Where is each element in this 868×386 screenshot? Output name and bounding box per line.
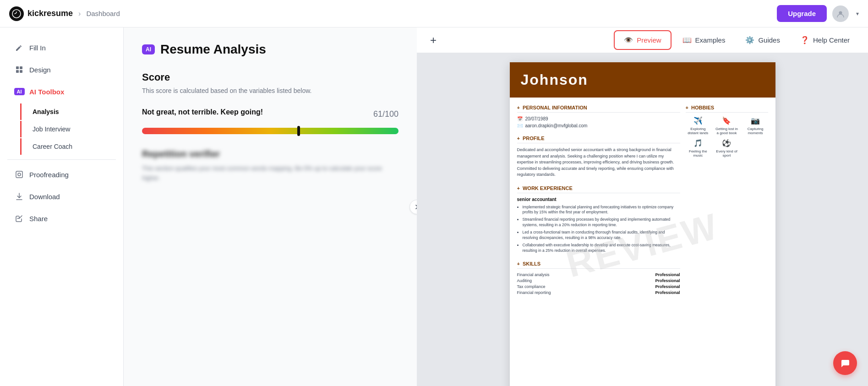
sub-item-career-coach-label: Career Coach	[33, 143, 72, 150]
hobbies-title: + Hobbies	[686, 105, 768, 113]
proofreading-icon	[15, 170, 24, 179]
sub-item-analysis[interactable]: Analysis	[20, 103, 123, 120]
tab-help-center[interactable]: ❓ Help Center	[791, 31, 859, 49]
tab-examples-label: Examples	[695, 36, 726, 44]
resume-name: Johnson	[521, 71, 764, 88]
logo: kickresume	[9, 6, 73, 21]
section-plus-icon: +	[517, 105, 520, 110]
svg-rect-3	[20, 66, 22, 69]
sidebar-fill-in-label: Fill In	[29, 44, 46, 52]
tab-help-label: Help Center	[813, 36, 850, 44]
skill-name: Financial analysis	[517, 272, 550, 277]
sub-items: Analysis Job Interview Career Coach	[0, 103, 123, 156]
panel-title: AI Resume Analysis	[142, 42, 399, 57]
calendar-icon: 📅	[517, 116, 523, 121]
score-number: 61/100	[373, 103, 399, 120]
sidebar-item-share[interactable]: Share	[4, 208, 120, 228]
chat-button[interactable]	[833, 351, 857, 375]
skills-title: + Skills	[517, 261, 680, 269]
header: kickresume › Dashboard Upgrade ▾	[0, 0, 868, 27]
sidebar-item-design[interactable]: Design	[4, 60, 120, 80]
section-plus-icon: +	[517, 261, 520, 266]
ai-panel-badge: AI	[142, 44, 155, 54]
avatar	[832, 5, 849, 22]
score-tagline: Not great, not terrible. Keep going!	[142, 108, 263, 116]
sidebar-item-ai-toolbox[interactable]: AI AI Toolbox	[4, 82, 120, 102]
sidebar-item-download[interactable]: Download	[4, 186, 120, 207]
resume-header: Johnson	[510, 62, 775, 98]
collapse-button[interactable]	[409, 200, 417, 214]
app-name: kickresume	[27, 9, 73, 18]
skill-level: Professional	[655, 272, 680, 277]
logo-icon	[9, 6, 24, 21]
sidebar-ai-toolbox-label: AI Toolbox	[29, 88, 64, 96]
design-icon	[15, 65, 24, 74]
work-exp-title: + Work Experience	[517, 185, 680, 193]
resume-hobbies: + Hobbies ✈️ Exploring distant lands	[686, 105, 768, 158]
sidebar-download-label: Download	[29, 193, 60, 201]
svg-rect-5	[20, 70, 22, 73]
svg-rect-4	[16, 70, 19, 73]
skill-level: Professional	[655, 284, 680, 289]
sub-item-job-interview[interactable]: Job Interview	[20, 121, 123, 137]
score-marker	[297, 126, 300, 136]
header-right: Upgrade ▾	[777, 5, 859, 22]
main-layout: Fill In Design AI AI Toolbox Analysis Jo…	[0, 27, 868, 386]
hobby-item: ⚽ Every kind of sport	[714, 139, 739, 158]
book-icon: 🔖	[722, 116, 731, 125]
breadcrumb-separator: ›	[78, 10, 81, 18]
help-tab-icon: ❓	[800, 36, 809, 44]
resume-body: + Personal Information 📅 20/07/1989 ✉️ a…	[510, 98, 775, 310]
sidebar-item-fill-in[interactable]: Fill In	[4, 38, 120, 58]
sidebar-divider	[7, 159, 116, 160]
add-tab-button[interactable]: +	[426, 33, 441, 48]
camera-icon: 📷	[751, 116, 760, 125]
analysis-panel: AI Resume Analysis Score This score is c…	[124, 27, 417, 386]
bullet-item: Implemented strategic financial planning…	[523, 205, 680, 216]
tab-examples[interactable]: 📖 Examples	[673, 31, 735, 49]
email-value: aaron.drapkin@mvfglobal.com	[525, 123, 588, 128]
tab-preview[interactable]: 👁️ Preview	[614, 30, 671, 50]
sub-item-job-interview-label: Job Interview	[33, 125, 70, 133]
hobby-item: ✈️ Exploring distant lands	[686, 116, 711, 135]
email-row: ✉️ aaron.drapkin@mvfglobal.com	[517, 123, 680, 128]
examples-tab-icon: 📖	[682, 36, 692, 44]
score-row: Not great, not terrible. Keep going! 61/…	[142, 103, 399, 120]
dob-value: 20/07/1989	[525, 116, 548, 121]
sidebar-item-proofreading[interactable]: Proofreading	[4, 164, 120, 185]
skill-level: Professional	[655, 278, 680, 283]
sport-icon: ⚽	[722, 139, 731, 147]
content-area: AI Resume Analysis Score This score is c…	[124, 27, 868, 386]
svg-rect-6	[16, 171, 22, 178]
skill-name: Financial reporting	[517, 290, 551, 295]
resume-panel: + 👁️ Preview 📖 Examples ⚙️ Guides ❓ Help…	[417, 27, 868, 386]
avatar-chevron-icon[interactable]: ▾	[856, 11, 859, 17]
job-title: senior accountant	[517, 197, 680, 202]
svg-rect-2	[16, 66, 19, 69]
tab-guides[interactable]: ⚙️ Guides	[736, 31, 789, 49]
hobby-item: 🔖 Getting lost in a good book	[714, 116, 739, 135]
music-icon: 🎵	[693, 139, 703, 147]
svg-point-7	[18, 173, 21, 176]
sidebar: Fill In Design AI AI Toolbox Analysis Jo…	[0, 27, 124, 386]
blurred-text: This section qualifies your most common …	[142, 164, 399, 183]
hobby-label: Feeling the music	[686, 149, 711, 158]
resume-right-column: + Hobbies ✈️ Exploring distant lands	[686, 105, 768, 302]
sub-item-analysis-label: Analysis	[33, 108, 59, 115]
sidebar-share-label: Share	[29, 215, 48, 223]
header-left: kickresume › Dashboard	[9, 6, 120, 21]
personal-info-title: + Personal Information	[517, 105, 680, 113]
skill-row: Financial reporting Professional	[517, 290, 680, 295]
ai-badge: AI	[14, 88, 25, 95]
resume-profile: + Profile Dedicated and accomplished sen…	[517, 136, 680, 178]
tab-guides-label: Guides	[758, 36, 780, 44]
resume-left-column: + Personal Information 📅 20/07/1989 ✉️ a…	[517, 105, 680, 302]
upgrade-button[interactable]: Upgrade	[777, 5, 827, 22]
ai-icon: AI	[15, 87, 24, 96]
blurred-section: Repetition verifier This section qualifi…	[142, 149, 399, 183]
svg-point-0	[12, 10, 21, 18]
preview-tab-icon: 👁️	[624, 36, 633, 44]
skill-name: Tax compliance	[517, 284, 546, 289]
edit-icon	[15, 43, 24, 52]
sub-item-career-coach[interactable]: Career Coach	[20, 138, 123, 155]
